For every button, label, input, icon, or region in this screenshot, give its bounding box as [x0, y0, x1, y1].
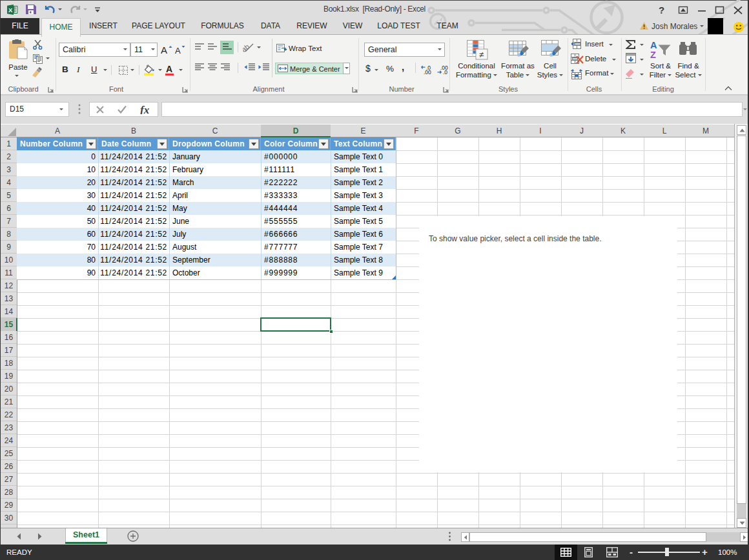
svg-text:A: A — [161, 45, 167, 55]
svg-text:≠: ≠ — [479, 50, 484, 59]
svg-text:A: A — [650, 40, 657, 50]
svg-text:Z: Z — [650, 50, 656, 59]
svg-text:.00: .00 — [424, 69, 431, 74]
svg-text:?: ? — [659, 5, 664, 14]
svg-text:fx: fx — [140, 105, 150, 114]
svg-text:A: A — [175, 46, 181, 55]
